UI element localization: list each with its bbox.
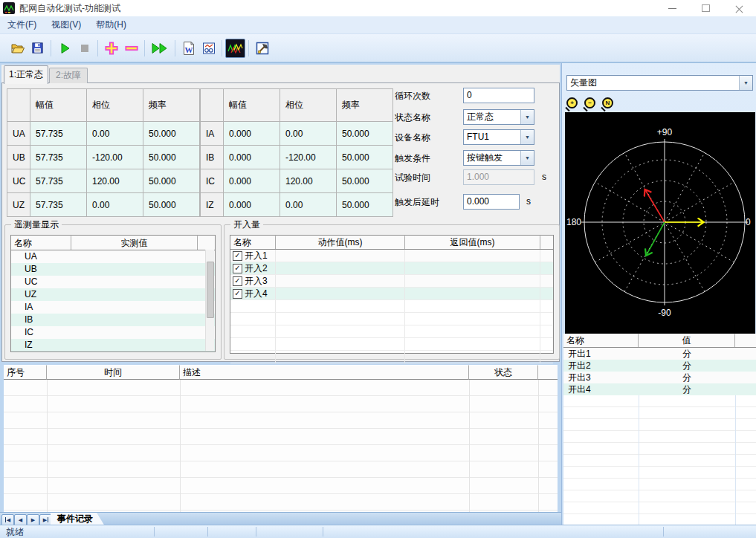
menu-help[interactable]: 帮助(H) xyxy=(88,16,134,33)
view-selector[interactable]: 矢量图 ▼ xyxy=(566,75,753,91)
checkbox[interactable] xyxy=(233,289,242,299)
stop-button[interactable] xyxy=(74,38,94,58)
col-value[interactable]: 值 xyxy=(639,334,735,347)
test-time-unit: s xyxy=(542,172,546,182)
report-view-icon xyxy=(201,41,216,56)
cell-amp[interactable]: 57.735 xyxy=(30,122,87,146)
cell-amp[interactable]: 57.735 xyxy=(30,146,87,169)
cell-phase[interactable]: -120.00 xyxy=(280,146,337,169)
cell-freq[interactable]: 50.000 xyxy=(337,122,393,146)
cell-phase[interactable]: 120.00 xyxy=(280,169,337,193)
chevron-down-icon[interactable]: ▼ xyxy=(520,130,534,144)
toolbar-separator xyxy=(144,40,145,56)
cell-phase[interactable]: 0.00 xyxy=(280,122,337,146)
trigger-delay-input[interactable]: 0.000 xyxy=(463,194,520,210)
prev-icon: ◀ xyxy=(19,517,22,522)
menu-file[interactable]: 文件(F) xyxy=(0,16,44,33)
input-label: 开入1 xyxy=(245,250,268,262)
col-name[interactable]: 名称 xyxy=(11,236,71,250)
col-name[interactable]: 名称 xyxy=(563,334,639,347)
close-button[interactable] xyxy=(723,0,756,16)
corner-cell xyxy=(201,89,224,122)
remove-button[interactable] xyxy=(121,38,141,58)
svg-text:W: W xyxy=(184,45,193,54)
start-button[interactable] xyxy=(54,38,74,58)
chevron-down-icon[interactable]: ▼ xyxy=(739,76,752,90)
main-area: 2:故障 1:正常态 幅值 相位 频率 UA57.7350.0050.000 U… xyxy=(0,62,756,525)
maximize-icon xyxy=(702,4,710,12)
cell-freq[interactable]: 50.000 xyxy=(143,146,200,169)
chevron-down-icon[interactable]: ▼ xyxy=(520,151,534,165)
chevron-down-icon[interactable]: ▼ xyxy=(520,110,534,124)
state-name-select[interactable]: 正常态 ▼ xyxy=(463,109,534,125)
checkbox[interactable] xyxy=(233,251,242,261)
report-view-button[interactable] xyxy=(198,38,219,58)
checkbox[interactable] xyxy=(233,276,242,286)
telemetry-name: UA xyxy=(11,250,71,263)
checkbox[interactable] xyxy=(233,264,242,273)
cell-freq[interactable]: 50.000 xyxy=(143,169,200,193)
cell-amp[interactable]: 0.000 xyxy=(224,193,280,217)
save-button[interactable] xyxy=(28,38,48,58)
device-name-select[interactable]: FTU1 ▼ xyxy=(463,129,534,145)
cell-amp[interactable]: 0.000 xyxy=(224,169,280,193)
tab-normal-state[interactable]: 1:正常态 xyxy=(4,65,48,84)
col-number[interactable]: 序号 xyxy=(4,365,47,380)
col-return-value[interactable]: 返回值(ms) xyxy=(405,236,540,249)
cell-freq[interactable]: 50.000 xyxy=(143,193,200,217)
col-frequency: 频率 xyxy=(143,89,200,122)
cell-phase[interactable]: 120.00 xyxy=(87,169,143,193)
cell-freq[interactable]: 50.000 xyxy=(143,122,200,146)
tools-button[interactable] xyxy=(252,38,272,58)
cell-amp[interactable]: 57.735 xyxy=(30,193,87,217)
scrollbar-thumb[interactable] xyxy=(207,262,214,318)
minimize-button[interactable] xyxy=(656,0,689,16)
next-icon: ▶ xyxy=(31,517,35,522)
tab-fault[interactable]: 2:故障 xyxy=(49,68,88,83)
zoom-reset-icon[interactable]: N xyxy=(602,97,613,108)
cycle-count-input[interactable]: 0 xyxy=(463,88,534,103)
add-button[interactable] xyxy=(101,38,121,58)
status-divider xyxy=(207,527,208,537)
col-action-value[interactable]: 动作值(ms) xyxy=(276,236,405,249)
minus-icon xyxy=(123,40,140,56)
toolbar-separator xyxy=(175,40,175,56)
cell-amp[interactable]: 0.000 xyxy=(224,146,280,169)
save-icon xyxy=(30,41,45,55)
fast-forward-icon xyxy=(150,41,169,56)
state-name-label: 状态名称 xyxy=(395,111,430,124)
trigger-condition-select[interactable]: 按键触发 ▼ xyxy=(463,150,534,166)
minimize-icon xyxy=(668,8,676,9)
maximize-button[interactable] xyxy=(689,0,723,16)
run-all-button[interactable] xyxy=(148,38,172,58)
word-report-button[interactable]: W xyxy=(178,38,198,58)
scrollbar[interactable] xyxy=(205,250,214,351)
cell-amp[interactable]: 57.735 xyxy=(30,169,87,193)
zoom-out-icon[interactable]: − xyxy=(584,97,595,108)
test-time-input[interactable]: 1.000 xyxy=(463,169,534,185)
zoom-in-icon[interactable]: + xyxy=(566,97,578,108)
menu-view[interactable]: 视图(V) xyxy=(44,16,88,33)
menu-bar: 文件(F) 视图(V) 帮助(H) xyxy=(0,16,756,34)
cell-phase[interactable]: 0.00 xyxy=(87,193,143,217)
cell-phase[interactable]: 0.00 xyxy=(87,122,143,146)
cell-amp[interactable]: 0.000 xyxy=(224,122,280,146)
cell-freq[interactable]: 50.000 xyxy=(337,146,393,169)
cell-phase[interactable]: -120.00 xyxy=(87,146,143,169)
col-description[interactable]: 描述 xyxy=(180,365,469,380)
event-table-header: 序号 时间 描述 状态 xyxy=(4,365,558,380)
window-title: 配网自动化测试-功能测试 xyxy=(19,2,120,15)
col-measured-value[interactable]: 实测值 xyxy=(71,236,198,250)
col-status[interactable]: 状态 xyxy=(469,365,538,380)
cell-freq[interactable]: 50.000 xyxy=(337,169,393,193)
output-name: 开出2 xyxy=(563,360,639,372)
col-name[interactable]: 名称 xyxy=(230,236,276,249)
open-button[interactable] xyxy=(7,38,28,58)
col-time[interactable]: 时间 xyxy=(47,365,180,380)
cell-phase[interactable]: 0.00 xyxy=(280,193,337,217)
cell-freq[interactable]: 50.000 xyxy=(337,193,393,217)
column-divider xyxy=(538,380,539,512)
event-table-body xyxy=(4,380,558,512)
output-value: 分 xyxy=(639,348,735,360)
waveform-button[interactable] xyxy=(225,39,245,58)
